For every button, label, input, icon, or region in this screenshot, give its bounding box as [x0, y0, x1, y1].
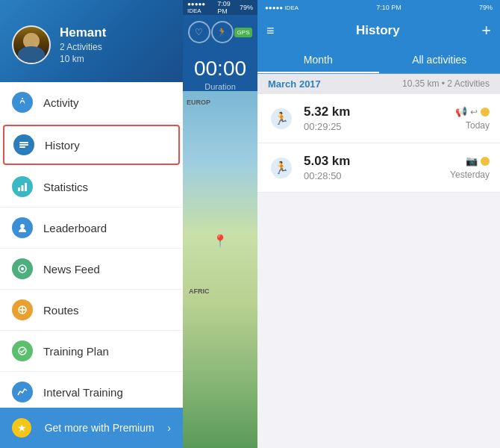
activity-distance-2: 5.03 km — [304, 154, 441, 169]
sidebar-label-leaderboard: Leaderboard — [43, 222, 107, 234]
activity-card-2[interactable]: 🏃 5.03 km 00:28:50 📷 Yesterday — [257, 143, 500, 193]
tabs-container: Month All activities — [257, 46, 500, 74]
right-time-status: 7:10 PM — [376, 4, 401, 11]
profile-name: Hemant — [60, 25, 106, 40]
section-header: March 2017 10.35 km • 2 Activities — [257, 74, 500, 94]
svg-text:🏃: 🏃 — [274, 161, 289, 175]
section-title: March 2017 — [268, 78, 321, 90]
mid-carrier: ●●●●● IDEA — [187, 1, 217, 14]
section-meta: 10.35 km • 2 Activities — [402, 78, 490, 90]
menu-icon[interactable]: ≡ — [266, 23, 275, 39]
statistics-icon — [12, 176, 33, 197]
newsfeed-icon — [12, 258, 33, 279]
activity-day-2: Yesterday — [450, 169, 490, 180]
svg-rect-5 — [25, 183, 27, 191]
svg-rect-1 — [19, 144, 28, 146]
activity-meta-1: 📢 ↩ Today — [455, 106, 490, 131]
mid-heart-icon[interactable]: ♡ — [188, 21, 210, 43]
gps-badge: GPS — [234, 28, 253, 37]
activity-card-1[interactable]: 🏃 5.32 km 00:29:25 📢 ↩ Today — [257, 94, 500, 143]
right-header: ≡ History + — [257, 15, 500, 46]
tab-month[interactable]: Month — [257, 46, 379, 73]
yellow-dot-1 — [481, 108, 490, 116]
svg-rect-0 — [19, 142, 28, 143]
training-icon — [12, 340, 33, 361]
mid-time-display: 00:00 — [183, 49, 257, 82]
profile-activities: 2 Activities — [60, 42, 106, 52]
speaker-icon: 📢 — [455, 106, 467, 117]
svg-point-8 — [21, 267, 24, 270]
mid-duration-label: Duration — [183, 82, 257, 91]
right-carrier: ●●●●● IDEA — [265, 4, 299, 11]
camera-icon: 📷 — [466, 155, 478, 167]
nav-list: Activity History Statistics — [0, 82, 183, 408]
svg-rect-3 — [18, 187, 20, 191]
svg-rect-2 — [19, 146, 25, 148]
run-icon-2: 🏃 — [268, 155, 295, 181]
activity-icon — [12, 92, 33, 113]
reply-icon: ↩ — [470, 107, 478, 117]
sidebar-label-activity: Activity — [43, 96, 79, 109]
activity-icons-2: 📷 — [466, 155, 490, 167]
yellow-dot-2 — [481, 157, 490, 166]
routes-icon — [12, 299, 33, 320]
sidebar-item-training[interactable]: Training Plan — [0, 331, 183, 372]
activity-info-2: 5.03 km 00:28:50 — [304, 154, 441, 181]
premium-button[interactable]: ★ Get more with Premium › — [0, 408, 183, 448]
mid-runner-icon[interactable]: 🏃 — [211, 21, 234, 43]
sidebar-label-interval: Interval Training — [43, 386, 123, 399]
activity-time-1: 00:29:25 — [304, 121, 446, 132]
profile-header: Hemant 2 Activities 10 km — [0, 0, 183, 82]
activity-info-1: 5.32 km 00:29:25 — [304, 105, 446, 132]
sidebar-label-newsfeed: News Feed — [43, 263, 100, 276]
svg-point-6 — [20, 224, 25, 228]
sidebar-item-activity[interactable]: Activity — [0, 82, 183, 123]
sidebar-label-routes: Routes — [43, 304, 79, 317]
mid-status-bar: ●●●●● IDEA 7:09 PM 79% — [183, 0, 257, 15]
sidebar-item-history[interactable]: History — [3, 125, 180, 165]
middle-panel: ●●●●● IDEA 7:09 PM 79% ♡ 🏃 GPS 00:00 Dur… — [183, 0, 257, 448]
run-icon-1: 🏃 — [268, 105, 295, 132]
premium-arrow-icon: › — [167, 422, 171, 434]
svg-rect-4 — [22, 185, 24, 191]
activity-day-1: Today — [466, 120, 490, 131]
activity-time-2: 00:28:50 — [304, 170, 441, 181]
sidebar-item-leaderboard[interactable]: Leaderboard — [0, 208, 183, 249]
map-pin-icon: 📍 — [213, 234, 228, 248]
leaderboard-icon — [12, 217, 33, 238]
interval-icon — [12, 382, 33, 402]
profile-info: Hemant 2 Activities 10 km — [60, 25, 106, 64]
page-title: History — [356, 23, 400, 38]
add-icon[interactable]: + — [481, 21, 491, 40]
sidebar-label-history: History — [45, 139, 80, 152]
sidebar-item-statistics[interactable]: Statistics — [0, 167, 183, 208]
left-panel: Hemant 2 Activities 10 km Activity — [0, 0, 183, 448]
right-spacer — [257, 193, 500, 448]
right-panel: ●●●●● IDEA 7:10 PM 79% ≡ History + Month… — [257, 0, 500, 448]
map-africa-label: AFRIC — [189, 287, 210, 295]
map-europe-label: EUROP — [187, 99, 210, 106]
activity-icons-1: 📢 ↩ — [455, 106, 490, 117]
premium-star-icon: ★ — [12, 418, 31, 438]
activity-meta-2: 📷 Yesterday — [450, 155, 490, 180]
tab-all-activities[interactable]: All activities — [379, 46, 501, 73]
avatar — [12, 25, 51, 64]
sidebar-label-statistics: Statistics — [43, 181, 88, 193]
mid-time-status: 7:09 PM — [217, 0, 240, 15]
premium-label: Get more with Premium — [45, 422, 154, 434]
sidebar-item-interval[interactable]: Interval Training — [0, 372, 183, 408]
history-icon — [13, 134, 34, 155]
profile-distance: 10 km — [60, 54, 106, 64]
sidebar-label-training: Training Plan — [43, 345, 109, 358]
svg-text:🏃: 🏃 — [274, 111, 289, 125]
mid-controls: ♡ 🏃 GPS — [183, 15, 257, 49]
sidebar-item-routes[interactable]: Routes — [0, 290, 183, 331]
mid-map: EUROP AFRIC 📍 — [183, 91, 257, 448]
sidebar-item-newsfeed[interactable]: News Feed — [0, 249, 183, 290]
mid-battery: 79% — [240, 4, 253, 11]
activity-distance-1: 5.32 km — [304, 105, 446, 119]
right-status-bar: ●●●●● IDEA 7:10 PM 79% — [257, 0, 500, 15]
right-battery: 79% — [479, 4, 493, 11]
